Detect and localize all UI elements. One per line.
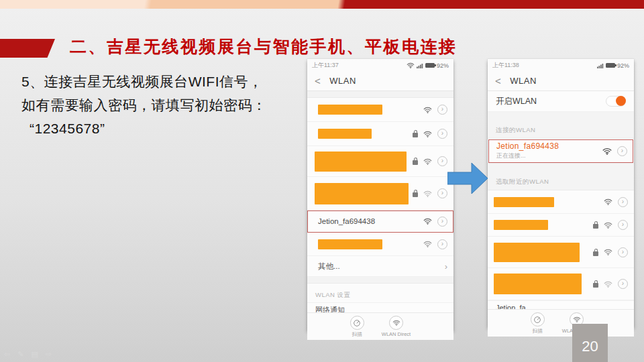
wlan-header: < WLAN: [307, 70, 453, 91]
wlan-toggle-switch[interactable]: [606, 96, 626, 107]
network-detail-button[interactable]: ›: [437, 156, 447, 166]
scan-label: 扫描: [352, 331, 362, 338]
status-time: 上午11:37: [312, 61, 339, 70]
wifi-network-row[interactable]: ›: [488, 214, 634, 237]
battery-icon: [606, 63, 615, 68]
wlan-settings-label: WLAN 设置: [307, 284, 453, 302]
wifi-direct-icon: [392, 320, 400, 326]
wlan-direct-button[interactable]: WLAN Direct: [382, 316, 411, 338]
redacted-ssid-bar: [318, 239, 382, 249]
wifi-network-row-jetion-highlighted[interactable]: Jetion_fa694438 ›: [307, 210, 453, 233]
network-detail-button[interactable]: ›: [437, 188, 447, 198]
other-label: 其他...: [318, 261, 340, 272]
battery-percent: 92%: [617, 62, 629, 69]
wifi-signal-icon: [423, 107, 432, 113]
connected-network-row-jetion[interactable]: Jetion_fa694438 正在连接... ›: [488, 139, 634, 164]
lock-icon: [593, 251, 598, 256]
slide-body-text: 5、连接吉星无线视频展台WIFI信号， 如有需要输入密码，请填写初始密码： “1…: [21, 70, 303, 140]
network-detail-button[interactable]: ›: [618, 247, 628, 257]
chevron-right-icon: ›: [445, 261, 447, 272]
network-detail-button[interactable]: ›: [617, 146, 627, 156]
network-detail-button[interactable]: ›: [437, 217, 447, 227]
wifi-signal-icon: [604, 222, 612, 229]
slide-title: 二、吉星无线视频展台与智能手机、平板电连接: [70, 36, 539, 58]
flow-arrow-icon: [447, 162, 489, 195]
wifi-network-row[interactable]: ›: [307, 98, 453, 122]
redacted-ssid-bar: [318, 105, 382, 115]
network-detail-button[interactable]: ›: [618, 279, 628, 289]
network-detail-button[interactable]: ›: [437, 105, 447, 115]
presenter-controls: ⇦ ✎ ▤ ⇨: [4, 350, 52, 359]
network-detail-button[interactable]: ›: [618, 197, 628, 207]
battery-icon: [425, 63, 435, 68]
status-signal-icon: [597, 63, 604, 68]
scan-button[interactable]: 扫描: [531, 312, 545, 335]
wifi-signal-icon: [604, 281, 612, 288]
wifi-signal-icon: [423, 190, 432, 197]
back-chevron-icon[interactable]: <: [315, 75, 321, 86]
wifi-signal-icon: [423, 131, 432, 137]
wlan-toolbar: 扫描 WLAN Direct: [307, 312, 453, 340]
wifi-network-row[interactable]: ›: [307, 146, 453, 177]
wlan-toggle-row[interactable]: 开启WLAN: [488, 91, 634, 112]
slide-grid-icon[interactable]: ▤: [31, 350, 38, 359]
scan-icon: [353, 319, 361, 327]
back-chevron-icon[interactable]: <: [495, 75, 501, 86]
section-gap: [307, 91, 453, 98]
wifi-network-row[interactable]: ›: [488, 190, 634, 214]
other-networks-row[interactable]: 其他... ›: [307, 256, 453, 277]
wlan-direct-label: WLAN Direct: [382, 331, 411, 337]
network-notify-row-clipped[interactable]: 网络通知: [307, 302, 453, 312]
wifi-signal-icon: [423, 158, 432, 165]
redacted-ssid-bar: [315, 152, 407, 172]
wifi-signal-icon: [604, 249, 612, 255]
body-line-password: “12345678”: [21, 117, 303, 140]
lock-icon: [593, 283, 598, 288]
lock-icon: [413, 160, 418, 165]
page-number: 20: [582, 338, 598, 355]
status-bar: 上午11:37 92%: [307, 59, 453, 70]
jetion-row-clipped[interactable]: Jetion_fa: [488, 300, 634, 309]
prev-slide-icon[interactable]: ⇦: [4, 350, 10, 359]
status-signal-icon: [417, 63, 423, 68]
redacted-ssid-bar: [315, 183, 409, 204]
ssid-label: Jetion_fa694438: [318, 217, 375, 225]
toggle-knob: [616, 96, 626, 106]
redacted-ssid-bar: [494, 220, 548, 230]
wifi-network-row[interactable]: ›: [307, 233, 453, 256]
wifi-direct-icon: [573, 316, 581, 322]
nearby-wlan-label: 选取附近的WLAN: [488, 164, 634, 190]
pen-tool-icon[interactable]: ✎: [17, 350, 23, 359]
scan-icon: [533, 316, 541, 324]
wifi-signal-icon: [423, 241, 432, 247]
wifi-signal-icon: [604, 198, 612, 205]
wifi-network-row[interactable]: ›: [488, 268, 634, 300]
redacted-ssid-bar: [494, 197, 554, 207]
header-title: WLAN: [329, 76, 356, 86]
network-detail-button[interactable]: ›: [437, 239, 447, 249]
scan-label: 扫描: [533, 328, 543, 335]
presentation-slide: 二、吉星无线视频展台与智能手机、平板电连接 5、连接吉星无线视频展台WIFI信号…: [0, 0, 644, 362]
section-gap: [307, 277, 453, 284]
phone-screenshot-wlan-list: 上午11:37 92% < WLAN: [307, 59, 453, 330]
network-detail-button[interactable]: ›: [437, 129, 447, 139]
network-detail-button[interactable]: ›: [618, 220, 628, 230]
title-accent-shape: [0, 39, 55, 58]
body-line: 如有需要输入密码，请填写初始密码：: [21, 93, 303, 117]
scan-button[interactable]: 扫描: [350, 316, 364, 338]
next-slide-icon[interactable]: ⇨: [46, 350, 52, 359]
status-wifi-icon: [407, 62, 415, 68]
battery-percent: 92%: [437, 62, 449, 69]
lock-icon: [413, 133, 418, 137]
wlan-toolbar: 扫描 WLAN Direct: [488, 309, 634, 337]
wifi-signal-icon: [423, 218, 432, 225]
page-number-box: 20: [572, 324, 608, 362]
wifi-network-row[interactable]: ›: [307, 177, 453, 210]
redacted-ssid-bar: [494, 243, 580, 262]
status-time: 上午11:38: [492, 61, 519, 70]
body-line: 5、连接吉星无线视频展台WIFI信号，: [21, 70, 303, 93]
wifi-network-row[interactable]: ›: [307, 122, 453, 146]
wifi-network-row[interactable]: ›: [488, 237, 634, 268]
header-title: WLAN: [510, 76, 537, 86]
wlan-header: < WLAN: [488, 70, 634, 91]
